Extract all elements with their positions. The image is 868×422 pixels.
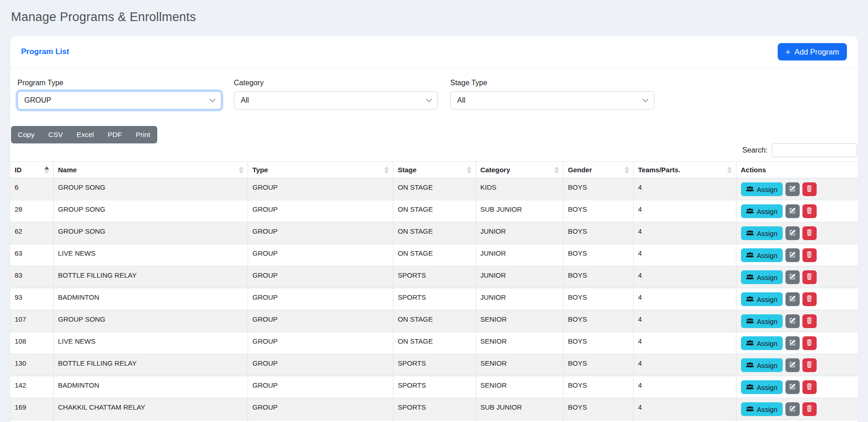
delete-button[interactable] [802, 314, 817, 328]
cell-actions: Assign [736, 266, 858, 288]
assign-label: Assign [757, 208, 778, 215]
cell-stage: ON STAGE [393, 200, 475, 222]
print-button[interactable]: Print [129, 126, 157, 143]
assign-label: Assign [757, 186, 778, 193]
edit-icon [789, 295, 796, 303]
column-label: Teams/Parts. [638, 166, 680, 174]
users-icon [746, 340, 754, 347]
edit-button[interactable] [785, 270, 800, 284]
delete-button[interactable] [802, 226, 817, 240]
cell-empty [10, 420, 53, 422]
sort-icon [384, 166, 389, 174]
cell-teams: 4 [633, 266, 736, 288]
cell-type: GROUP [248, 222, 393, 244]
program-type-select[interactable]: GROUP [17, 91, 221, 110]
cell-type: GROUP [248, 332, 393, 354]
assign-button[interactable]: Assign [741, 226, 783, 240]
cell-teams: 4 [633, 178, 736, 200]
edit-button[interactable] [785, 292, 800, 306]
pdf-button[interactable]: PDF [101, 126, 129, 143]
assign-button[interactable]: Assign [741, 270, 783, 284]
assign-button[interactable]: Assign [741, 292, 783, 306]
trash-icon [806, 383, 813, 391]
assign-button[interactable]: Assign [741, 380, 783, 394]
edit-button[interactable] [785, 226, 800, 240]
cell-id: 107 [10, 310, 53, 332]
column-header-stage[interactable]: Stage [393, 162, 475, 178]
trash-icon [806, 295, 813, 303]
sort-icon [554, 166, 559, 174]
delete-button[interactable] [802, 292, 817, 306]
delete-button[interactable] [802, 270, 817, 284]
edit-icon [789, 317, 796, 325]
assign-label: Assign [757, 296, 778, 303]
cell-type: GROUP [248, 200, 393, 222]
column-header-category[interactable]: Category [475, 162, 563, 178]
delete-button[interactable] [802, 336, 817, 350]
assign-button[interactable]: Assign [741, 336, 783, 350]
column-header-teams[interactable]: Teams/Parts. [633, 162, 736, 178]
assign-button[interactable]: Assign [741, 358, 783, 372]
edit-button[interactable] [785, 182, 800, 196]
cell-type: GROUP [248, 376, 393, 398]
delete-button[interactable] [802, 204, 817, 218]
plus-icon: + [785, 48, 791, 56]
trash-icon [806, 405, 813, 413]
assign-button[interactable]: Assign [741, 248, 783, 262]
cell-name: GROUP SONG [53, 222, 248, 244]
search-input[interactable] [772, 143, 857, 157]
edit-button[interactable] [785, 204, 800, 218]
excel-button[interactable]: Excel [70, 126, 101, 143]
chevron-down-icon [210, 96, 216, 102]
assign-button[interactable]: Assign [741, 182, 783, 196]
column-label: Stage [398, 166, 417, 174]
trash-icon [806, 207, 813, 215]
export-toolbar: Copy CSV Excel PDF Print [11, 126, 157, 143]
chevron-down-icon [426, 96, 432, 102]
stage-type-select[interactable]: All [450, 91, 654, 110]
cell-id: 169 [10, 398, 53, 420]
trash-icon [806, 317, 813, 325]
edit-icon [789, 185, 796, 193]
chevron-down-icon [642, 96, 648, 102]
cell-gender: BOYS [563, 200, 633, 222]
cell-actions: Assign [736, 200, 858, 222]
delete-button[interactable] [802, 380, 817, 394]
cell-gender: BOYS [563, 310, 633, 332]
delete-button[interactable] [802, 402, 817, 416]
programs-table: ID Name Type Stage Category [10, 161, 858, 422]
delete-button[interactable] [802, 182, 817, 196]
assign-label: Assign [757, 318, 778, 325]
copy-button[interactable]: Copy [11, 126, 41, 143]
edit-button[interactable] [785, 402, 800, 416]
delete-button[interactable] [802, 248, 817, 262]
assign-button[interactable]: Assign [741, 204, 783, 218]
column-header-gender[interactable]: Gender [563, 162, 633, 178]
edit-button[interactable] [785, 358, 800, 372]
users-icon [746, 274, 754, 281]
cell-name: BADMINTON [53, 376, 248, 398]
edit-icon [789, 383, 796, 391]
edit-button[interactable] [785, 336, 800, 350]
csv-button[interactable]: CSV [41, 126, 70, 143]
delete-button[interactable] [802, 358, 817, 372]
edit-icon [789, 361, 796, 369]
cell-type: GROUP [248, 288, 393, 310]
assign-label: Assign [757, 230, 778, 237]
program-list-card: Program List + Add Program Program Type … [10, 36, 858, 422]
assign-label: Assign [757, 252, 778, 259]
column-header-name[interactable]: Name [53, 162, 248, 178]
edit-button[interactable] [785, 380, 800, 394]
add-program-button[interactable]: + Add Program [778, 43, 847, 60]
category-select[interactable]: All [234, 91, 438, 110]
edit-button[interactable] [785, 248, 800, 262]
assign-button[interactable]: Assign [741, 314, 783, 328]
column-header-id[interactable]: ID [10, 162, 53, 178]
cell-stage: ON STAGE [393, 178, 475, 200]
edit-button[interactable] [785, 314, 800, 328]
assign-button[interactable]: Assign [741, 402, 783, 416]
cell-teams: 4 [633, 244, 736, 266]
column-header-type[interactable]: Type [248, 162, 393, 178]
sort-asc-icon [44, 166, 49, 174]
assign-label: Assign [757, 406, 778, 413]
